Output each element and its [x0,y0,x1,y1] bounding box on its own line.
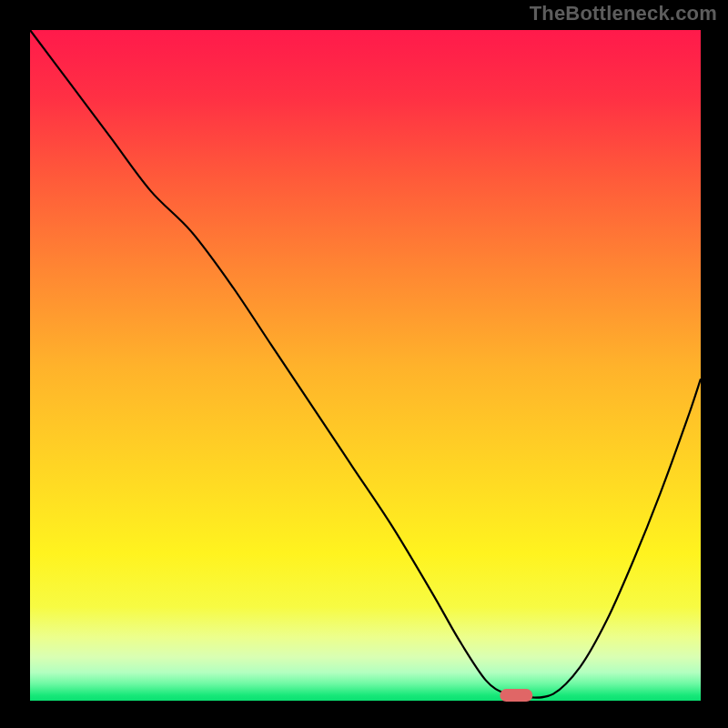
plot-area [30,30,701,701]
optimum-marker[interactable] [500,689,532,702]
chart-svg [0,0,728,728]
watermark-text: TheBottleneck.com [530,2,717,25]
chart-frame: TheBottleneck.com [0,0,728,728]
